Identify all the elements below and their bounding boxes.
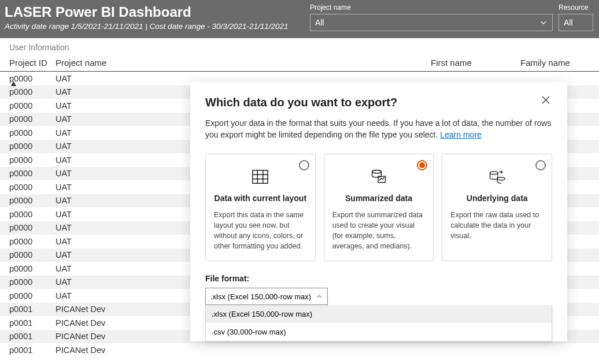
col-family-name[interactable]: Family name [520, 58, 590, 68]
cell-project-name: PICANet Dev [56, 332, 194, 341]
cell-project-name: UAT [56, 183, 194, 192]
col-first-name[interactable]: First name [431, 58, 520, 68]
col-project-id[interactable]: Project ID ▲ [9, 58, 56, 68]
radio-summarized[interactable] [417, 160, 427, 170]
svg-point-9 [490, 171, 497, 174]
cell-project-name: UAT [56, 196, 194, 205]
cell-project-id: p0000 [9, 128, 56, 138]
cell-project-id: p0000 [9, 155, 56, 165]
card-summarized-title: Summarized data [332, 194, 426, 203]
card-underlying[interactable]: Underlying data Export the raw data used… [442, 154, 552, 262]
file-format-option-csv[interactable]: .csv (30,000-row max) [206, 323, 552, 341]
file-format-dropdown: .xlsx (Excel 150,000-row max) .csv (30,0… [205, 305, 552, 341]
dialog-title: Which data do you want to export? [205, 96, 552, 109]
cell-project-id: p0001 [9, 332, 56, 341]
card-summarized[interactable]: Summarized data Export the summarized da… [324, 154, 434, 262]
card-current-layout-title: Data with current layout [214, 194, 307, 203]
radio-underlying[interactable] [535, 160, 546, 170]
cell-project-id: p0000 [9, 223, 56, 232]
file-format-option-xlsx[interactable]: .xlsx (Excel 150,000-row max) [206, 305, 552, 323]
sort-asc-icon: ▲ [9, 78, 18, 88]
cell-project-name: UAT [56, 210, 194, 219]
learn-more-link[interactable]: Learn more [440, 130, 482, 139]
col-spacer [194, 58, 431, 68]
close-button[interactable] [541, 95, 551, 107]
dialog-description: Export your data in the format that suit… [205, 117, 552, 141]
filter-project-select[interactable]: All [310, 14, 553, 31]
cell-project-id: p0000 [9, 114, 56, 124]
cell-project-id: p0001 [9, 304, 56, 314]
close-icon [541, 95, 551, 105]
cell-project-id: p0001 [9, 318, 56, 328]
cell-project-name: UAT [56, 169, 194, 178]
col-project-id-label: Project ID [9, 58, 47, 68]
cell-project-id: p0000 [9, 142, 56, 151]
svg-rect-2 [253, 170, 268, 183]
file-format-label: File format: [205, 274, 552, 283]
dialog-description-text: Export your data in the format that suit… [205, 118, 551, 139]
cell-project-id: p0000 [9, 264, 56, 273]
chevron-up-icon [316, 293, 323, 300]
table-icon [214, 167, 307, 187]
cell-project-name: UAT [56, 250, 194, 259]
cell-project-id: p0001 [9, 346, 56, 355]
card-current-layout-desc: Export this data in the same layout you … [214, 210, 307, 252]
app-header: LASER Power BI Dashboard Activity date r… [0, 0, 599, 38]
cell-project-id: p0000 [9, 210, 56, 219]
underlying-icon [450, 167, 543, 187]
svg-point-10 [497, 177, 505, 180]
cell-project-name: PICANet Dev [56, 346, 194, 355]
card-underlying-title: Underlying data [450, 194, 543, 203]
cell-project-id: p0000 [9, 101, 56, 110]
export-options: Data with current layout Export this dat… [205, 154, 552, 262]
filter-project: Project name All [310, 3, 553, 35]
page-subtitle: Activity date range 1/5/2021-21/11/2021 … [5, 22, 310, 31]
filter-project-value: All [315, 18, 324, 27]
filter-resource-label: Resource [559, 3, 593, 12]
cell-project-name: UAT [56, 223, 194, 232]
card-underlying-desc: Export the raw data used to calculate th… [450, 210, 543, 241]
cell-project-name: UAT [56, 155, 194, 165]
cell-project-id: p0000 [9, 277, 56, 287]
cell-project-name: UAT [56, 237, 194, 246]
cell-project-name: UAT [56, 87, 194, 96]
filter-project-label: Project name [310, 3, 553, 12]
radio-current-layout[interactable] [299, 160, 309, 170]
section-heading: User Information [0, 38, 599, 54]
card-summarized-desc: Export the summarized data used to creat… [332, 210, 426, 252]
filter-resource-value: All [564, 18, 573, 27]
cell-project-name: PICANet Dev [56, 304, 194, 314]
cell-project-name: UAT [56, 291, 194, 300]
cell-project-name: UAT [56, 74, 194, 83]
filter-resource-select[interactable]: All [559, 14, 593, 31]
col-project-name[interactable]: Project name [56, 58, 194, 68]
cell-project-name: UAT [56, 101, 194, 110]
summarized-icon [332, 167, 426, 187]
cell-project-name: UAT [56, 277, 194, 287]
cell-project-name: UAT [56, 128, 194, 138]
cell-project-name: PICANet Dev [56, 318, 194, 328]
chevron-down-icon [539, 18, 548, 27]
file-format-value: .xlsx (Excel 150,000-row max) [210, 292, 311, 301]
table-row[interactable]: p0001PICANet Dev [0, 343, 599, 357]
cell-project-name: UAT [56, 264, 194, 273]
cell-project-id: p0000 [9, 237, 56, 246]
cell-project-id: p0000 [9, 87, 56, 96]
cell-project-id: p0000 [9, 169, 56, 178]
cell-project-id: p0000 [9, 183, 56, 192]
export-dialog: Which data do you want to export? Export… [190, 82, 567, 341]
cell-project-id: p0000 [9, 291, 56, 300]
cell-project-name: UAT [56, 142, 194, 151]
svg-point-7 [372, 170, 382, 173]
filter-resource: Resource All [559, 3, 593, 35]
page-title: LASER Power BI Dashboard [5, 3, 310, 21]
file-format-select[interactable]: .xlsx (Excel 150,000-row max) [205, 288, 328, 305]
grid-header: Project ID ▲ Project name First name Fam… [0, 54, 599, 72]
cell-project-name: UAT [56, 114, 194, 124]
card-current-layout[interactable]: Data with current layout Export this dat… [205, 154, 316, 262]
cell-project-id: p0000 [9, 250, 56, 259]
cell-project-id: p0000 [9, 196, 56, 205]
